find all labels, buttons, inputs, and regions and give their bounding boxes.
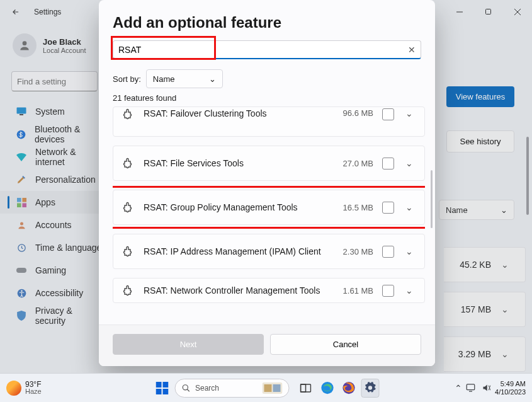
taskbar-center: Search bbox=[153, 379, 379, 398]
modal-footer: Next Cancel bbox=[99, 324, 435, 366]
modal-title: Add an optional feature bbox=[99, 0, 435, 35]
svg-rect-17 bbox=[162, 389, 168, 394]
feature-checkbox[interactable] bbox=[382, 202, 394, 214]
svg-rect-26 bbox=[467, 384, 475, 390]
chevron-down-icon[interactable]: ⌄ bbox=[403, 285, 416, 296]
tray-chevron-icon[interactable]: ⌃ bbox=[455, 383, 462, 393]
feature-size: 2.30 MB bbox=[334, 247, 373, 256]
cancel-button[interactable]: Cancel bbox=[270, 334, 421, 355]
extension-icon bbox=[122, 108, 135, 120]
sort-by-label: Sort by: bbox=[113, 74, 141, 84]
feature-size: 96.6 MB bbox=[334, 108, 373, 118]
search-highlight-icon bbox=[262, 382, 282, 394]
taskbar-app-settings[interactable] bbox=[361, 379, 379, 398]
svg-rect-14 bbox=[156, 382, 161, 388]
taskbar-app-edge[interactable] bbox=[318, 379, 336, 398]
extension-icon bbox=[122, 246, 135, 257]
feature-size: 27.0 MB bbox=[334, 159, 373, 168]
feature-row[interactable]: RSAT: File Services Tools 27.0 MB ⌄ bbox=[113, 146, 425, 181]
feature-name: RSAT: Failover Clustering Tools bbox=[144, 108, 325, 118]
next-button[interactable]: Next bbox=[113, 334, 264, 355]
svg-rect-21 bbox=[273, 384, 280, 392]
feature-row[interactable]: RSAT: Group Policy Management Tools 16.5… bbox=[113, 190, 425, 225]
feature-checkbox[interactable] bbox=[382, 285, 394, 297]
svg-rect-23 bbox=[301, 384, 306, 392]
chevron-down-icon[interactable]: ⌄ bbox=[403, 108, 416, 118]
taskbar-search[interactable]: Search bbox=[174, 379, 289, 398]
extension-icon bbox=[122, 285, 135, 296]
chevron-down-icon: ⌄ bbox=[209, 74, 216, 84]
feature-checkbox[interactable] bbox=[382, 108, 394, 120]
extension-icon bbox=[122, 202, 135, 213]
taskbar-clock[interactable]: 5:49 AM 4/10/2023 bbox=[495, 380, 526, 396]
feature-search-input[interactable]: ✕ bbox=[113, 40, 421, 59]
chevron-down-icon[interactable]: ⌄ bbox=[403, 202, 416, 212]
volume-tray-icon[interactable] bbox=[482, 383, 491, 393]
taskbar-app-firefox[interactable] bbox=[339, 379, 358, 398]
search-icon bbox=[181, 384, 190, 393]
feature-name: RSAT: Group Policy Management Tools bbox=[144, 202, 325, 212]
results-count: 21 features found bbox=[99, 89, 435, 105]
feature-checkbox[interactable] bbox=[382, 158, 394, 169]
extension-icon bbox=[122, 158, 135, 169]
taskbar-weather[interactable]: 93°F Haze bbox=[0, 381, 42, 396]
svg-rect-16 bbox=[156, 389, 161, 394]
svg-rect-15 bbox=[162, 382, 168, 388]
svg-point-18 bbox=[183, 384, 188, 389]
start-button[interactable] bbox=[153, 379, 171, 397]
feature-name: RSAT: IP Address Management (IPAM) Clien… bbox=[144, 246, 325, 256]
weather-icon bbox=[6, 381, 21, 396]
feature-size: 16.5 MB bbox=[334, 203, 373, 212]
network-tray-icon[interactable] bbox=[466, 383, 475, 393]
chevron-down-icon[interactable]: ⌄ bbox=[403, 246, 416, 256]
taskbar: 93°F Haze Search ⌃ 5:49 AM 4/10 bbox=[0, 373, 532, 402]
feature-name: RSAT: File Services Tools bbox=[144, 158, 325, 168]
feature-name: RSAT: Network Controller Management Tool… bbox=[144, 285, 325, 296]
feature-list: RSAT: Failover Clustering Tools 96.6 MB … bbox=[113, 106, 425, 303]
feature-row[interactable]: RSAT: Failover Clustering Tools 96.6 MB … bbox=[113, 106, 425, 137]
feature-size: 1.61 MB bbox=[334, 286, 373, 296]
weather-desc: Haze bbox=[25, 388, 42, 395]
chevron-down-icon[interactable]: ⌄ bbox=[403, 158, 416, 168]
sort-select[interactable]: Name ⌄ bbox=[146, 69, 223, 88]
clear-icon[interactable]: ✕ bbox=[408, 45, 416, 55]
feature-checkbox[interactable] bbox=[382, 246, 394, 258]
modal-scrollbar-thumb[interactable] bbox=[431, 170, 433, 228]
task-view-button[interactable] bbox=[297, 379, 315, 398]
feature-row[interactable]: RSAT: IP Address Management (IPAM) Clien… bbox=[113, 234, 425, 269]
svg-rect-20 bbox=[264, 384, 271, 392]
add-feature-modal: Add an optional feature ✕ Sort by: Name … bbox=[99, 0, 435, 366]
system-tray: ⌃ 5:49 AM 4/10/2023 bbox=[455, 380, 532, 396]
search-field[interactable] bbox=[118, 45, 408, 55]
feature-row[interactable]: RSAT: Network Controller Management Tool… bbox=[113, 278, 425, 303]
